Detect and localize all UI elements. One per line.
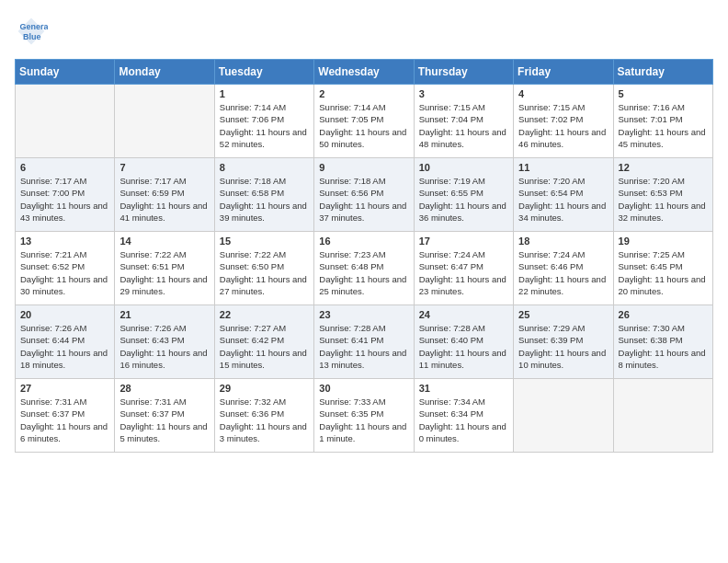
day-info: Sunrise: 7:18 AM Sunset: 6:56 PM Dayligh… (319, 175, 408, 224)
day-info: Sunrise: 7:20 AM Sunset: 6:54 PM Dayligh… (518, 175, 608, 224)
week-row-2: 6Sunrise: 7:17 AM Sunset: 7:00 PM Daylig… (16, 158, 713, 232)
day-info: Sunrise: 7:21 AM Sunset: 6:52 PM Dayligh… (20, 248, 109, 297)
column-header-row: SundayMondayTuesdayWednesdayThursdayFrid… (16, 60, 713, 85)
day-cell: 5Sunrise: 7:16 AM Sunset: 7:01 PM Daylig… (613, 85, 712, 158)
day-info: Sunrise: 7:27 AM Sunset: 6:42 PM Dayligh… (220, 322, 309, 371)
day-info: Sunrise: 7:17 AM Sunset: 7:00 PM Dayligh… (20, 175, 109, 224)
logo: General Blue (15, 15, 51, 48)
day-cell: 16Sunrise: 7:23 AM Sunset: 6:48 PM Dayli… (314, 232, 414, 305)
day-number: 19 (619, 236, 708, 247)
day-cell: 2Sunrise: 7:14 AM Sunset: 7:05 PM Daylig… (314, 85, 414, 158)
col-header-wednesday: Wednesday (314, 60, 414, 85)
day-cell: 29Sunrise: 7:32 AM Sunset: 6:36 PM Dayli… (214, 379, 313, 453)
day-info: Sunrise: 7:19 AM Sunset: 6:55 PM Dayligh… (419, 175, 508, 224)
day-cell: 11Sunrise: 7:20 AM Sunset: 6:54 PM Dayli… (514, 158, 613, 232)
day-number: 21 (119, 309, 209, 320)
day-info: Sunrise: 7:26 AM Sunset: 6:43 PM Dayligh… (119, 322, 209, 371)
day-info: Sunrise: 7:26 AM Sunset: 6:44 PM Dayligh… (20, 322, 109, 371)
day-cell: 9Sunrise: 7:18 AM Sunset: 6:56 PM Daylig… (314, 158, 414, 232)
day-cell: 7Sunrise: 7:17 AM Sunset: 6:59 PM Daylig… (115, 158, 214, 232)
calendar-body: 1Sunrise: 7:14 AM Sunset: 7:06 PM Daylig… (16, 85, 713, 453)
day-number: 13 (20, 236, 109, 247)
day-info: Sunrise: 7:28 AM Sunset: 6:40 PM Dayligh… (419, 322, 508, 371)
day-info: Sunrise: 7:24 AM Sunset: 6:47 PM Dayligh… (419, 248, 508, 297)
day-info: Sunrise: 7:18 AM Sunset: 6:58 PM Dayligh… (220, 175, 309, 224)
calendar-table: SundayMondayTuesdayWednesdayThursdayFrid… (15, 59, 713, 453)
day-number: 16 (319, 236, 408, 247)
day-info: Sunrise: 7:23 AM Sunset: 6:48 PM Dayligh… (319, 248, 408, 297)
day-number: 15 (220, 236, 309, 247)
day-info: Sunrise: 7:22 AM Sunset: 6:51 PM Dayligh… (119, 248, 209, 297)
col-header-tuesday: Tuesday (214, 60, 313, 85)
day-number: 28 (119, 383, 209, 394)
day-info: Sunrise: 7:32 AM Sunset: 6:36 PM Dayligh… (220, 396, 309, 444)
svg-text:Blue: Blue (23, 32, 41, 41)
day-number: 12 (619, 162, 708, 173)
day-cell: 30Sunrise: 7:33 AM Sunset: 6:35 PM Dayli… (314, 379, 414, 453)
day-number: 4 (518, 88, 608, 99)
day-cell (514, 379, 613, 453)
day-number: 22 (220, 309, 309, 320)
day-cell: 27Sunrise: 7:31 AM Sunset: 6:37 PM Dayli… (16, 379, 115, 453)
day-cell (613, 379, 712, 453)
day-number: 20 (20, 309, 109, 320)
page-header: General Blue (15, 15, 713, 48)
col-header-saturday: Saturday (613, 60, 712, 85)
week-row-1: 1Sunrise: 7:14 AM Sunset: 7:06 PM Daylig… (16, 85, 713, 158)
day-cell: 21Sunrise: 7:26 AM Sunset: 6:43 PM Dayli… (115, 305, 214, 379)
day-number: 8 (220, 162, 309, 173)
day-number: 18 (518, 236, 608, 247)
day-cell: 31Sunrise: 7:34 AM Sunset: 6:34 PM Dayli… (414, 379, 513, 453)
day-info: Sunrise: 7:33 AM Sunset: 6:35 PM Dayligh… (319, 396, 408, 444)
day-number: 27 (20, 383, 109, 394)
day-cell: 19Sunrise: 7:25 AM Sunset: 6:45 PM Dayli… (613, 232, 712, 305)
day-number: 3 (419, 88, 508, 99)
day-cell: 20Sunrise: 7:26 AM Sunset: 6:44 PM Dayli… (16, 305, 115, 379)
day-cell: 18Sunrise: 7:24 AM Sunset: 6:46 PM Dayli… (514, 232, 613, 305)
day-info: Sunrise: 7:29 AM Sunset: 6:39 PM Dayligh… (518, 322, 608, 371)
day-info: Sunrise: 7:14 AM Sunset: 7:05 PM Dayligh… (319, 101, 408, 150)
day-cell: 22Sunrise: 7:27 AM Sunset: 6:42 PM Dayli… (214, 305, 313, 379)
day-info: Sunrise: 7:24 AM Sunset: 6:46 PM Dayligh… (518, 248, 608, 297)
week-row-3: 13Sunrise: 7:21 AM Sunset: 6:52 PM Dayli… (16, 232, 713, 305)
day-number: 11 (518, 162, 608, 173)
day-info: Sunrise: 7:20 AM Sunset: 6:53 PM Dayligh… (619, 175, 708, 224)
day-info: Sunrise: 7:15 AM Sunset: 7:02 PM Dayligh… (518, 101, 608, 150)
col-header-monday: Monday (115, 60, 214, 85)
col-header-sunday: Sunday (16, 60, 115, 85)
day-number: 1 (220, 88, 309, 99)
day-number: 10 (419, 162, 508, 173)
day-cell: 1Sunrise: 7:14 AM Sunset: 7:06 PM Daylig… (214, 85, 313, 158)
day-info: Sunrise: 7:28 AM Sunset: 6:41 PM Dayligh… (319, 322, 408, 371)
day-cell: 25Sunrise: 7:29 AM Sunset: 6:39 PM Dayli… (514, 305, 613, 379)
day-info: Sunrise: 7:17 AM Sunset: 6:59 PM Dayligh… (119, 175, 209, 224)
day-cell: 6Sunrise: 7:17 AM Sunset: 7:00 PM Daylig… (16, 158, 115, 232)
day-cell: 12Sunrise: 7:20 AM Sunset: 6:53 PM Dayli… (613, 158, 712, 232)
day-info: Sunrise: 7:15 AM Sunset: 7:04 PM Dayligh… (419, 101, 508, 150)
day-number: 30 (319, 383, 408, 394)
day-info: Sunrise: 7:31 AM Sunset: 6:37 PM Dayligh… (20, 396, 109, 444)
day-info: Sunrise: 7:30 AM Sunset: 6:38 PM Dayligh… (619, 322, 708, 371)
day-number: 26 (619, 309, 708, 320)
day-number: 24 (419, 309, 508, 320)
day-cell: 13Sunrise: 7:21 AM Sunset: 6:52 PM Dayli… (16, 232, 115, 305)
day-cell: 10Sunrise: 7:19 AM Sunset: 6:55 PM Dayli… (414, 158, 513, 232)
day-cell: 23Sunrise: 7:28 AM Sunset: 6:41 PM Dayli… (314, 305, 414, 379)
day-number: 17 (419, 236, 508, 247)
week-row-4: 20Sunrise: 7:26 AM Sunset: 6:44 PM Dayli… (16, 305, 713, 379)
day-number: 2 (319, 88, 408, 99)
day-cell (16, 85, 115, 158)
day-number: 31 (419, 383, 508, 394)
day-cell: 26Sunrise: 7:30 AM Sunset: 6:38 PM Dayli… (613, 305, 712, 379)
day-number: 5 (619, 88, 708, 99)
day-cell: 28Sunrise: 7:31 AM Sunset: 6:37 PM Dayli… (115, 379, 214, 453)
day-info: Sunrise: 7:31 AM Sunset: 6:37 PM Dayligh… (119, 396, 209, 444)
day-info: Sunrise: 7:34 AM Sunset: 6:34 PM Dayligh… (419, 396, 508, 444)
day-number: 14 (119, 236, 209, 247)
day-cell (115, 85, 214, 158)
day-cell: 3Sunrise: 7:15 AM Sunset: 7:04 PM Daylig… (414, 85, 513, 158)
day-number: 25 (518, 309, 608, 320)
day-number: 9 (319, 162, 408, 173)
day-cell: 14Sunrise: 7:22 AM Sunset: 6:51 PM Dayli… (115, 232, 214, 305)
day-info: Sunrise: 7:14 AM Sunset: 7:06 PM Dayligh… (220, 101, 309, 150)
